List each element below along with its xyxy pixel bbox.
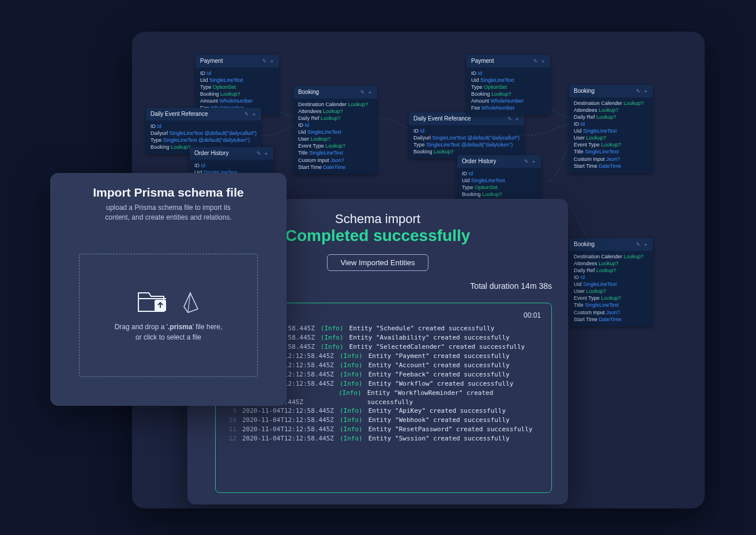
log-row: 102020-11-04T12:12:58.445Z(Info)Entity "… [226, 416, 541, 425]
entity-title: Daily Event Referance [151, 110, 208, 118]
entity-field: Start Time DateTime [574, 316, 648, 323]
log-row: 92020-11-04T12:12:58.445Z(Info)Entity "A… [226, 406, 541, 416]
entity-field: Amount WholeNumber [471, 97, 546, 104]
entity-field: Uid SingleLineText [574, 281, 648, 288]
entity-field: Uid SingleLineText [298, 129, 373, 135]
edit-icon[interactable]: ✎ [262, 58, 267, 65]
import-title: Import Prisma schema file [62, 186, 275, 199]
edit-icon[interactable]: ✎ [245, 111, 249, 118]
entity-field: Booking Lookup? [462, 191, 536, 198]
entity-title: Booking [298, 88, 319, 96]
entity-field: Event Type Lookup? [298, 142, 373, 149]
entity-field: Type OptionSet [471, 84, 546, 91]
entity-field: Fee WholeNumber [471, 104, 546, 111]
edit-icon[interactable]: ✎ [360, 89, 365, 96]
entity-field: ID Id [574, 274, 648, 281]
entity-field: Amount WholeNumber [200, 97, 274, 104]
duration-label: Total duration 14m 38s [470, 281, 552, 291]
entity-field: Type SingleLineText @default("dailytoken… [151, 137, 257, 144]
entity-field: ID Id [151, 123, 257, 130]
entity-field: Dailyurl SingleLineText @default("dailyc… [151, 130, 257, 137]
entity-card[interactable]: Booking✎＋Destination Calender Lookup?Att… [569, 85, 653, 173]
entity-field: Daily Ref Lookup? [574, 114, 648, 120]
file-dropzone[interactable]: Drag and drop a '.prisma' file here, or … [79, 254, 258, 377]
entity-field: User Lookup? [574, 134, 648, 141]
import-subtitle: upload a Prisma schema file to import it… [93, 203, 243, 223]
plus-icon[interactable]: ＋ [643, 88, 648, 95]
entity-field: ID Id [194, 162, 269, 169]
entity-field: Destination Calender Lookup? [298, 101, 373, 108]
entity-field: Uid SingleLineText [200, 77, 274, 84]
entity-field: Event Type Lookup? [574, 295, 648, 302]
plus-icon[interactable]: ＋ [367, 89, 373, 96]
entity-field: Uid SingleLineText [462, 177, 536, 184]
entity-field: Type OptionSet [200, 84, 274, 91]
plus-icon[interactable]: ＋ [264, 150, 269, 157]
entity-field: Daily Ref Lookup? [298, 115, 373, 122]
plus-icon[interactable]: ＋ [531, 158, 536, 165]
entity-title: Payment [471, 57, 494, 65]
entity-field: Booking Lookup? [471, 91, 546, 97]
entity-field: Daily Ref Lookup? [574, 267, 648, 274]
entity-field: Start Time DateTime [298, 164, 373, 171]
edit-icon[interactable]: ✎ [533, 58, 538, 65]
plus-icon[interactable]: ＋ [514, 115, 520, 122]
dropzone-text: Drag and drop a '.prisma' file here, or … [115, 322, 223, 342]
plus-icon[interactable]: ＋ [643, 241, 648, 248]
log-row: 112020-11-04T12:12:58.445Z(Info)Entity "… [226, 425, 541, 434]
entity-field: Type OptionSet [462, 184, 536, 191]
entity-card[interactable]: Booking✎＋Destination Calender Lookup?Att… [569, 238, 653, 326]
entity-field: Booking Lookup? [200, 91, 274, 97]
entity-field: ID Id [574, 120, 648, 127]
entity-field: Event Type Lookup? [574, 141, 648, 148]
entity-field: Attendees Lookup? [574, 260, 648, 267]
entity-title: Order History [462, 157, 496, 165]
entity-card[interactable]: Payment✎＋ID IdUid SingleLineTextType Opt… [467, 55, 550, 115]
entity-title: Booking [574, 240, 595, 248]
log-row: 122020-11-04T12:12:58.445Z(Info)Entity "… [226, 434, 541, 443]
entity-card[interactable]: Daily Event Referance✎＋ID IdDailyurl Sin… [409, 112, 524, 159]
entity-field: Title SingleLineText [574, 148, 648, 155]
edit-icon[interactable]: ✎ [636, 88, 641, 95]
entity-card[interactable]: Booking✎＋Destination Calender Lookup?Att… [294, 86, 377, 174]
entity-field: Uid SingleLineText [471, 77, 546, 84]
entity-field: Dailyurl SingleLineText @default("dailyc… [413, 134, 520, 141]
entity-field: ID Id [462, 170, 536, 177]
entity-field: Attendees Lookup? [298, 108, 373, 115]
entity-field: ID Id [298, 122, 373, 129]
entity-field: Attendees Lookup? [574, 107, 648, 114]
edit-icon[interactable]: ✎ [636, 241, 641, 248]
entity-field: Type SingleLineText @default("dailytoken… [413, 141, 520, 148]
entity-title: Payment [200, 57, 223, 65]
edit-icon[interactable]: ✎ [524, 158, 529, 165]
folder-upload-icon [137, 288, 168, 314]
entity-title: Booking [574, 87, 595, 95]
entity-field: Start Time DateTime [574, 163, 648, 169]
plus-icon[interactable]: ＋ [540, 58, 546, 65]
entity-field: User Lookup? [574, 288, 648, 295]
entity-field: ID Id [200, 70, 274, 77]
entity-field: ID Id [413, 127, 520, 134]
prisma-icon [182, 292, 200, 314]
edit-icon[interactable]: ✎ [257, 150, 261, 157]
entity-card[interactable]: Payment✎＋ID IdUid SingleLineTextType Opt… [195, 55, 279, 115]
entity-field: ID Id [471, 70, 546, 77]
entity-field: Custom Input Json? [574, 156, 648, 163]
entity-field: User Lookup? [298, 135, 373, 142]
entity-field: Uid SingleLineText [574, 127, 648, 134]
plus-icon[interactable]: ＋ [251, 111, 257, 118]
view-imported-entities-button[interactable]: View Imported Entities [327, 254, 428, 271]
entity-field: Booking Lookup? [413, 148, 520, 155]
log-timer: 00:01 [524, 311, 541, 319]
entity-field: Title SingleLineText [574, 302, 648, 308]
edit-icon[interactable]: ✎ [507, 115, 512, 122]
plus-icon[interactable]: ＋ [269, 58, 274, 65]
entity-field: Destination Calender Lookup? [574, 253, 648, 260]
entity-title: Daily Event Referance [413, 115, 471, 123]
entity-field: Title SingleLineText [298, 149, 373, 156]
entity-title: Order History [194, 149, 228, 157]
entity-field: Custom Input Json? [298, 157, 373, 164]
import-prisma-card: Import Prisma schema file upload a Prism… [50, 173, 287, 406]
entity-field: Custom Input Json? [574, 309, 648, 316]
entity-field: Destination Calender Lookup? [574, 100, 648, 107]
